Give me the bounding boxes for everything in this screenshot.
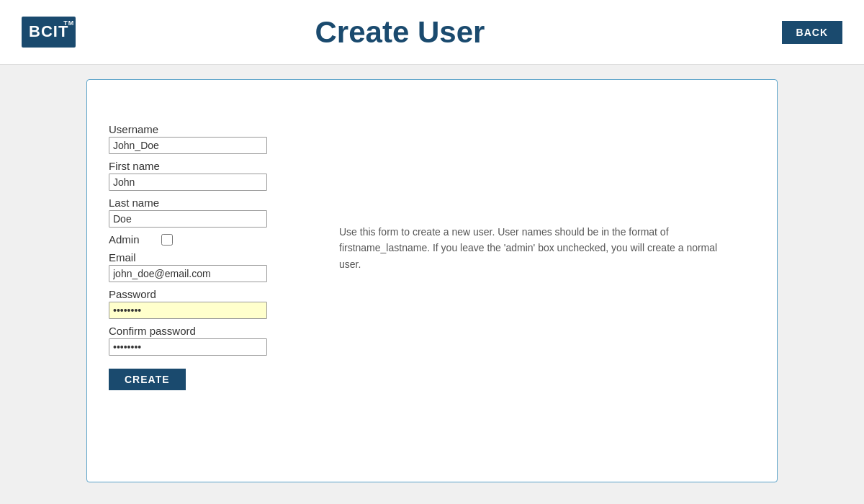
firstname-input[interactable] <box>109 174 267 191</box>
password-field-group: Password <box>109 288 310 319</box>
back-button[interactable]: BACK <box>782 21 842 44</box>
confirm-password-field-group: Confirm password <box>109 325 310 356</box>
logo-container: BCIT TM <box>22 17 76 47</box>
confirm-password-label: Confirm password <box>109 325 310 337</box>
admin-row: Admin <box>109 233 310 246</box>
password-label: Password <box>109 288 310 300</box>
create-button[interactable]: CREATE <box>109 369 186 390</box>
password-input[interactable] <box>109 302 267 319</box>
main-content: Username First name Last name Admin Emai… <box>0 65 864 497</box>
email-field-group: Email <box>109 251 310 282</box>
email-label: Email <box>109 251 310 264</box>
form-left: Username First name Last name Admin Emai… <box>109 109 310 453</box>
lastname-label: Last name <box>109 197 310 209</box>
firstname-label: First name <box>109 160 310 172</box>
email-input[interactable] <box>109 265 267 282</box>
tm-symbol: TM <box>63 19 74 27</box>
logo-text: BCIT <box>29 22 68 40</box>
admin-label: Admin <box>109 233 140 246</box>
lastname-input[interactable] <box>109 210 267 228</box>
lastname-field-group: Last name <box>109 197 310 228</box>
info-text: Use this form to create a new user. User… <box>339 224 726 272</box>
username-field-group: Username <box>109 123 310 154</box>
confirm-password-input[interactable] <box>109 338 267 356</box>
admin-checkbox[interactable] <box>161 234 173 246</box>
bcit-logo: BCIT TM <box>22 17 76 47</box>
username-label: Username <box>109 123 310 135</box>
form-container: Username First name Last name Admin Emai… <box>86 79 778 482</box>
form-right: Use this form to create a new user. User… <box>310 109 755 453</box>
firstname-field-group: First name <box>109 160 310 191</box>
username-input[interactable] <box>109 137 267 154</box>
page-title: Create User <box>18 15 781 50</box>
